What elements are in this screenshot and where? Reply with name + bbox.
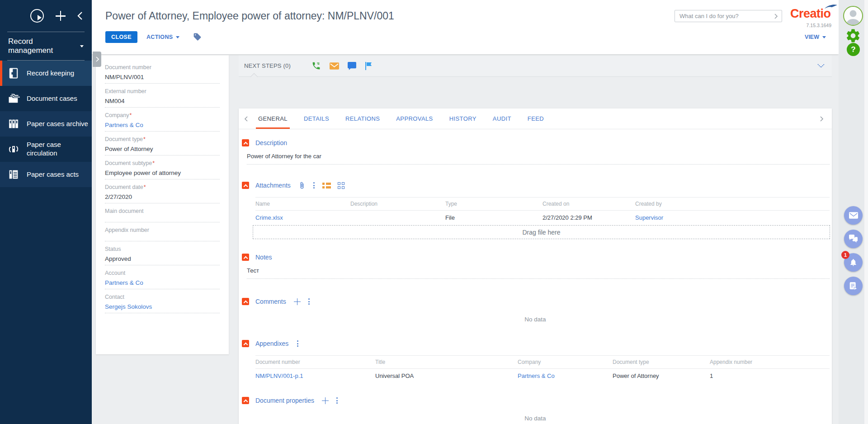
add-property-icon[interactable] [322, 397, 329, 404]
add-call-icon[interactable] [311, 61, 321, 71]
section-header: Attachments [239, 181, 832, 190]
email-center-button[interactable] [844, 206, 863, 225]
add-email-icon[interactable] [330, 62, 339, 70]
search-input[interactable] [679, 13, 774, 19]
tab-feed[interactable]: FEED [528, 109, 544, 129]
user-avatar[interactable] [843, 6, 863, 26]
appendix-row[interactable]: NM/PLNV/001-p.1 Universal POA Partners &… [255, 369, 830, 382]
add-comment-icon[interactable] [294, 298, 301, 305]
tab-approvals[interactable]: APPROVALS [396, 109, 433, 129]
column-header[interactable]: Document number [255, 359, 375, 365]
menu-hamburger-icon[interactable] [7, 14, 19, 19]
description-value[interactable]: Power of Attorney for the car [247, 153, 830, 165]
column-header[interactable]: Title [375, 359, 518, 365]
right-rail: ? 1 [839, 0, 868, 424]
close-button[interactable]: CLOSE [105, 31, 137, 43]
attachment-file-link[interactable]: Crime.xlsx [255, 214, 350, 221]
field-value[interactable]: Approved [105, 252, 220, 265]
collapse-section-icon[interactable] [242, 397, 249, 404]
tabs-scroll-left-icon[interactable] [242, 116, 250, 122]
run-process-icon[interactable] [30, 9, 44, 23]
collapse-section-icon[interactable] [242, 254, 249, 261]
section-title[interactable]: Appendixes [255, 340, 288, 347]
column-header[interactable]: Created on [542, 201, 635, 207]
section-title[interactable]: Description [255, 139, 287, 146]
collapse-section-icon[interactable] [242, 182, 249, 189]
help-icon[interactable]: ? [847, 43, 860, 56]
sidebar-item-record-keeping[interactable]: Record keeping [0, 61, 92, 86]
view-button[interactable]: VIEW [805, 31, 826, 43]
section-title[interactable]: Document properties [255, 397, 314, 404]
collapse-section-icon[interactable] [242, 139, 249, 146]
section-title[interactable]: Notes [255, 254, 272, 261]
add-feed-message-icon[interactable] [348, 62, 356, 70]
sidebar-item-paper-cases-acts[interactable]: Paper cases acts [0, 162, 92, 187]
comments-menu-icon[interactable] [307, 297, 311, 306]
attachments-menu-icon[interactable] [312, 181, 316, 189]
field-value[interactable]: Power of Attorney [105, 142, 220, 155]
field-value[interactable]: NM/PLNV/001 [105, 71, 220, 84]
section-title[interactable]: Attachments [255, 182, 291, 189]
list-view-icon[interactable] [322, 183, 331, 188]
quick-add-icon[interactable] [56, 11, 66, 21]
add-task-flag-icon[interactable] [365, 61, 372, 71]
tab-relations[interactable]: RELATIONS [345, 109, 380, 129]
column-header[interactable]: Description [350, 201, 445, 207]
column-header[interactable]: Document type [613, 359, 710, 365]
notes-value[interactable]: Тест [247, 267, 830, 279]
notifications-button[interactable]: 1 [844, 253, 863, 272]
section-header: Document properties [239, 396, 832, 405]
sidebar-item-paper-cases-archive[interactable]: Paper cases archive [0, 111, 92, 137]
field-value[interactable] [105, 214, 220, 222]
collapse-sidebar-icon[interactable] [77, 11, 83, 20]
column-header[interactable]: Created by [635, 201, 830, 207]
tabs-scroll-right-icon[interactable] [818, 116, 826, 122]
appendixes-toolbar [296, 339, 299, 348]
field-document-number: Document number NM/PLNV/001 [105, 60, 220, 84]
chevron-down-icon [80, 45, 84, 47]
collapse-section-icon[interactable] [242, 298, 249, 305]
collapse-section-icon[interactable] [242, 340, 249, 347]
tags-button[interactable] [193, 33, 202, 43]
column-header[interactable]: Name [255, 201, 350, 207]
search-submit-icon[interactable] [774, 13, 778, 19]
column-header[interactable]: Appendix number [710, 359, 830, 365]
field-value-link[interactable]: Sergejs Sokolovs [105, 300, 220, 313]
process-log-button[interactable] [844, 277, 863, 295]
field-value-link[interactable]: Partners & Co [105, 118, 220, 132]
field-value[interactable]: NM004 [105, 94, 220, 108]
field-value[interactable]: 2/27/2020 [105, 190, 220, 203]
sidebar-item-document-cases[interactable]: Document cases [0, 86, 92, 111]
field-value[interactable]: Employee power of attorney [105, 166, 220, 179]
appendixes-menu-icon[interactable] [296, 339, 299, 348]
actions-button[interactable]: ACTIONS [146, 31, 179, 43]
next-steps-expand-icon[interactable] [817, 64, 825, 68]
section-title[interactable]: Comments [255, 298, 286, 305]
workplace-selector[interactable]: Record management [0, 32, 92, 60]
column-header[interactable]: Company [518, 359, 613, 365]
field-value[interactable] [105, 233, 220, 241]
tab-history[interactable]: HISTORY [449, 109, 476, 129]
field-external-number: External number NM004 [105, 84, 220, 108]
appendix-company-link[interactable]: Partners & Co [518, 372, 613, 379]
field-value-link[interactable]: Partners & Co [105, 276, 220, 289]
field-document-type: Document type Power of Attorney [105, 132, 220, 155]
document-properties-menu-icon[interactable] [335, 396, 339, 405]
attachment-created-by-link[interactable]: Supervisor [635, 214, 830, 221]
attachment-row[interactable]: Crime.xlsx File 2/27/2020 2:29 PM Superv… [255, 211, 830, 224]
chat-center-button[interactable] [844, 230, 863, 248]
tab-audit[interactable]: AUDIT [493, 109, 511, 129]
file-dropzone[interactable]: Drag file here [253, 225, 830, 239]
appendixes-table-header: Document number Title Company Document t… [255, 355, 830, 369]
appendix-document-link[interactable]: NM/PLNV/001-p.1 [255, 372, 375, 379]
sidebar-item-paper-case-circulation[interactable]: Paper case circulation [0, 137, 92, 162]
tab-general[interactable]: GENERAL [258, 109, 288, 129]
field-company: Company Partners & Co [105, 108, 220, 132]
settings-gear-icon[interactable] [845, 28, 861, 44]
global-search[interactable] [675, 10, 782, 22]
expand-panel-handle[interactable] [93, 52, 101, 67]
tile-view-icon[interactable] [338, 182, 344, 189]
attach-file-icon[interactable] [298, 181, 306, 189]
column-header[interactable]: Type [445, 201, 542, 207]
tab-details[interactable]: DETAILS [304, 109, 329, 129]
